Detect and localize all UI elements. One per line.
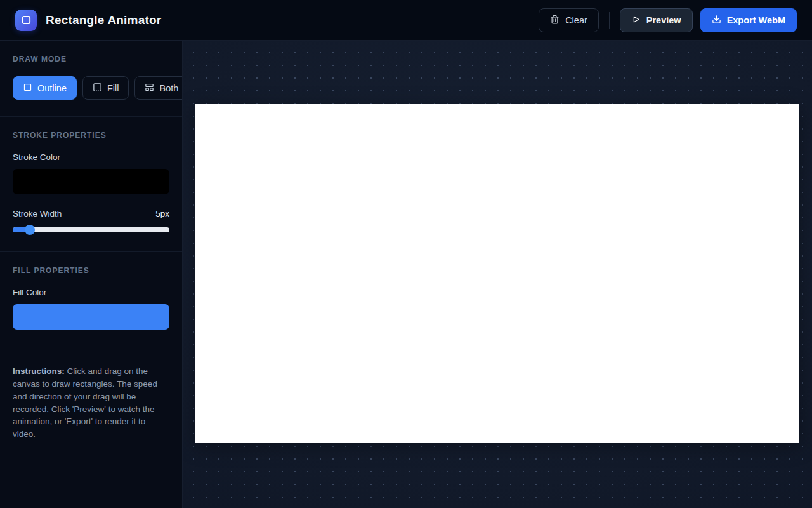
stroke-width-slider[interactable] xyxy=(13,225,169,235)
play-icon xyxy=(631,15,641,26)
mode-fill-button[interactable]: Fill xyxy=(82,76,129,100)
mode-both-button[interactable]: Both xyxy=(134,76,183,100)
draw-mode-options: Outline Fill xyxy=(13,76,169,100)
mode-outline-label: Outline xyxy=(37,83,67,93)
download-icon xyxy=(712,15,721,26)
square-outline-icon xyxy=(23,83,32,94)
app-logo-icon xyxy=(15,10,37,31)
fill-properties-heading: FILL PROPERTIES xyxy=(13,266,169,275)
export-button-label: Export WebM xyxy=(727,15,785,25)
fill-color-swatch[interactable] xyxy=(13,304,169,330)
brand: Rectangle Animator xyxy=(15,10,161,31)
fill-color-label: Fill Color xyxy=(13,288,169,297)
draw-mode-heading: DRAW MODE xyxy=(13,55,169,64)
instructions-text: Instructions: Click and drag on the canv… xyxy=(13,365,169,441)
header-actions: Clear Preview Export WebM xyxy=(539,8,797,32)
trash-icon xyxy=(550,15,560,26)
canvas-area[interactable] xyxy=(183,41,812,508)
draw-mode-section: DRAW MODE Outline xyxy=(0,41,182,116)
slider-track[interactable] xyxy=(13,227,169,232)
slider-thumb[interactable] xyxy=(25,225,35,235)
preview-button[interactable]: Preview xyxy=(620,8,693,32)
layout-panels-icon xyxy=(145,83,154,94)
export-webm-button[interactable]: Export WebM xyxy=(700,8,797,32)
app-root: Rectangle Animator Clear xyxy=(0,0,812,508)
square-dashed-bottom-icon xyxy=(93,83,102,94)
clear-button-label: Clear xyxy=(565,15,587,25)
stroke-width-row: Stroke Width 5px xyxy=(13,209,169,218)
stroke-color-label: Stroke Color xyxy=(13,152,169,162)
instructions-lead: Instructions: xyxy=(13,366,65,376)
stroke-properties-section: STROKE PROPERTIES Stroke Color Stroke Wi… xyxy=(0,116,182,251)
stroke-properties-heading: STROKE PROPERTIES xyxy=(13,131,169,140)
instructions-section: Instructions: Click and drag on the canv… xyxy=(0,351,182,457)
fill-properties-section: FILL PROPERTIES Fill Color xyxy=(0,251,182,351)
stroke-width-value: 5px xyxy=(155,209,169,218)
mode-outline-button[interactable]: Outline xyxy=(13,76,77,100)
instructions-body: Click and drag on the canvas to draw rec… xyxy=(13,366,157,439)
stroke-width-label: Stroke Width xyxy=(13,209,62,218)
clear-button[interactable]: Clear xyxy=(539,8,599,32)
drawing-canvas[interactable] xyxy=(195,104,799,443)
page-title: Rectangle Animator xyxy=(46,13,161,27)
app-header: Rectangle Animator Clear xyxy=(0,0,812,41)
stroke-color-swatch[interactable] xyxy=(13,169,169,194)
preview-button-label: Preview xyxy=(646,15,681,25)
sidebar: DRAW MODE Outline xyxy=(0,41,183,508)
header-divider xyxy=(609,12,610,29)
mode-fill-label: Fill xyxy=(107,83,119,93)
mode-both-label: Both xyxy=(159,83,178,93)
